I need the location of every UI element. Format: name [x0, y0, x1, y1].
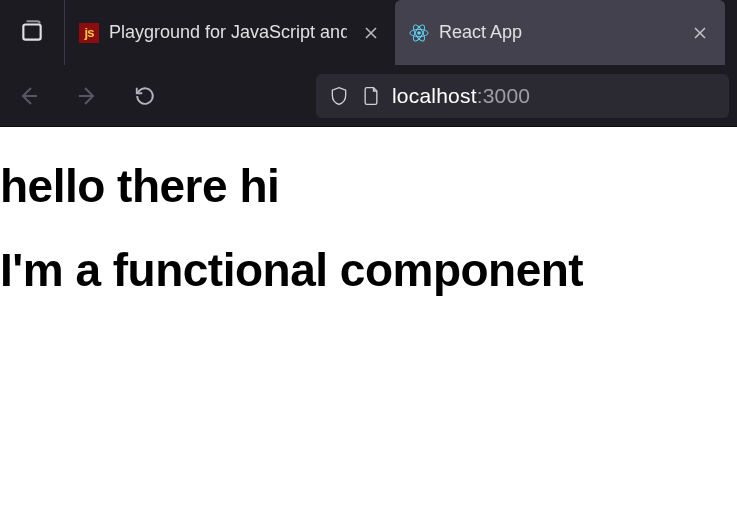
- tab-title: Playground for JavaScript and R: [109, 22, 347, 43]
- page-heading-2: I'm a functional component: [0, 243, 737, 297]
- browser-chrome: js Playground for JavaScript and R React…: [0, 0, 737, 127]
- tab-js-playground[interactable]: js Playground for JavaScript and R: [65, 0, 395, 65]
- shield-icon: [328, 85, 350, 107]
- back-button[interactable]: [4, 76, 54, 116]
- page-heading-1: hello there hi: [0, 159, 737, 213]
- address-port: :3000: [477, 84, 531, 107]
- address-bar[interactable]: localhost:3000: [316, 74, 729, 118]
- svg-rect-0: [23, 24, 40, 39]
- close-icon: [363, 25, 379, 41]
- tab-close-button[interactable]: [361, 22, 381, 44]
- tab-strip: js Playground for JavaScript and R React…: [0, 0, 737, 65]
- svg-point-1: [417, 31, 421, 35]
- toolbar: localhost:3000: [0, 65, 737, 127]
- favicon-js-icon: js: [79, 23, 99, 43]
- address-host: localhost: [392, 84, 477, 107]
- tabs-overview-icon: [19, 18, 45, 48]
- reload-icon: [134, 85, 156, 107]
- tabs-overview-button[interactable]: [0, 0, 65, 65]
- page-content: hello there hi I'm a functional componen…: [0, 127, 737, 515]
- arrow-right-icon: [75, 84, 99, 108]
- tab-react-app[interactable]: React App: [395, 0, 725, 65]
- document-icon: [360, 85, 382, 107]
- reload-button[interactable]: [120, 76, 170, 116]
- tab-close-button[interactable]: [689, 22, 711, 44]
- tab-title: React App: [439, 22, 679, 43]
- forward-button[interactable]: [62, 76, 112, 116]
- address-text: localhost:3000: [392, 84, 530, 108]
- arrow-left-icon: [17, 84, 41, 108]
- favicon-react-icon: [409, 23, 429, 43]
- close-icon: [692, 25, 708, 41]
